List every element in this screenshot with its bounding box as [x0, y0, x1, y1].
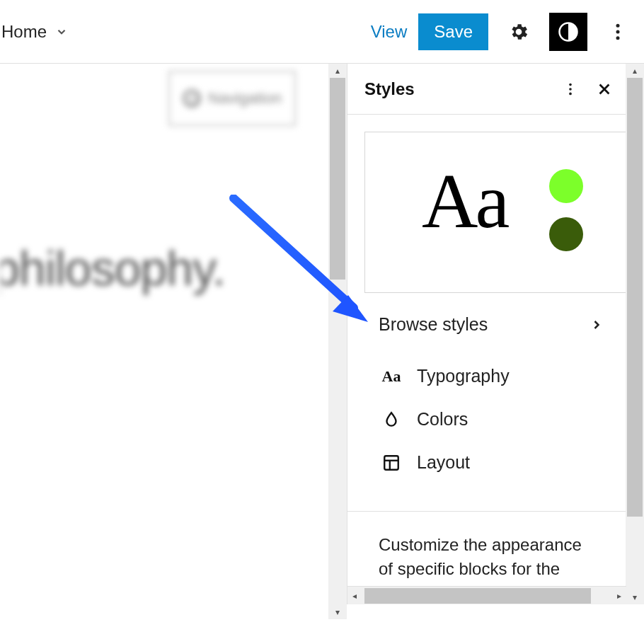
- more-options-button[interactable]: [599, 13, 637, 51]
- home-label: Home: [1, 22, 47, 42]
- scroll-down-icon[interactable]: ▾: [328, 605, 347, 619]
- breadcrumb-home[interactable]: Home: [0, 22, 68, 42]
- typography-section[interactable]: Aa Typography: [347, 355, 626, 398]
- navigation-block-label: Navigation: [208, 89, 282, 108]
- layout-label: Layout: [417, 452, 470, 473]
- styles-more-icon[interactable]: [563, 81, 578, 97]
- chevron-down-icon: [55, 25, 68, 38]
- scroll-right-icon[interactable]: ▸: [612, 587, 626, 605]
- sidebar-horizontal-scrollbar[interactable]: ◂ ▸: [347, 586, 626, 604]
- styles-panel-header: Styles: [347, 64, 626, 115]
- sidebar-vertical-scrollbar[interactable]: ▴ ▾: [626, 64, 644, 604]
- svg-rect-11: [384, 456, 398, 470]
- canvas-heading-text: philosophy.: [0, 241, 225, 296]
- gear-icon: [508, 21, 529, 42]
- color-swatch-primary: [549, 169, 583, 203]
- browse-styles-label: Browse styles: [379, 314, 488, 335]
- style-preview-card[interactable]: Aa: [364, 132, 626, 293]
- svg-point-3: [616, 30, 620, 33]
- close-icon[interactable]: [597, 81, 612, 97]
- toolbar-actions: View Save: [371, 13, 637, 51]
- layout-icon: [381, 453, 401, 473]
- styles-toggle-button[interactable]: [549, 13, 587, 51]
- settings-button[interactable]: [500, 13, 538, 51]
- typography-label: Typography: [417, 366, 510, 386]
- scroll-down-icon[interactable]: ▾: [626, 590, 644, 604]
- drop-icon: [381, 410, 401, 430]
- more-vertical-icon: [607, 21, 628, 42]
- scroll-thumb[interactable]: [627, 78, 643, 517]
- browse-styles-row[interactable]: Browse styles: [347, 293, 626, 355]
- svg-point-4: [616, 36, 620, 40]
- scroll-thumb[interactable]: [364, 588, 591, 604]
- scroll-up-icon[interactable]: ▴: [328, 64, 347, 78]
- typography-icon: Aa: [381, 367, 401, 386]
- main-area: Navigation philosophy. ▴ ▾ Styles A: [0, 64, 644, 619]
- editor-canvas[interactable]: Navigation philosophy.: [0, 64, 328, 619]
- canvas-vertical-scrollbar[interactable]: ▴ ▾: [328, 64, 347, 619]
- top-toolbar: Home View Save: [0, 0, 644, 64]
- svg-point-8: [569, 92, 572, 95]
- navigation-block[interactable]: Navigation: [168, 71, 296, 126]
- preview-typography-sample: Aa: [422, 156, 507, 246]
- scroll-left-icon[interactable]: ◂: [347, 587, 362, 605]
- compass-icon: [183, 89, 201, 108]
- editor-canvas-wrap: Navigation philosophy. ▴ ▾: [0, 64, 347, 619]
- svg-point-6: [569, 83, 572, 86]
- svg-point-2: [616, 23, 620, 27]
- styles-sidebar: Styles Aa Browse styles Aa Typography: [347, 64, 644, 604]
- contrast-icon: [558, 21, 579, 42]
- scroll-thumb[interactable]: [330, 78, 345, 280]
- svg-point-7: [569, 88, 572, 91]
- scroll-up-icon[interactable]: ▴: [626, 64, 644, 78]
- save-button[interactable]: Save: [418, 13, 488, 50]
- colors-label: Colors: [417, 409, 468, 430]
- styles-panel-title: Styles: [364, 79, 415, 99]
- chevron-right-icon: [590, 318, 604, 332]
- color-swatch-secondary: [549, 217, 583, 251]
- view-link[interactable]: View: [371, 22, 408, 42]
- colors-section[interactable]: Colors: [347, 398, 626, 441]
- layout-section[interactable]: Layout: [347, 441, 626, 484]
